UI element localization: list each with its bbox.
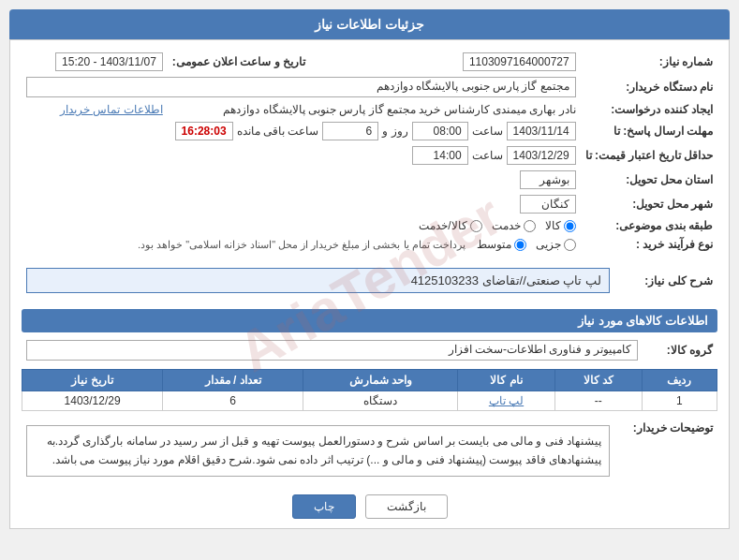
description-text: پیشنهاد فنی و مالی می بایست بر اساس شرح … [26, 425, 610, 477]
back-button[interactable]: بازگشت [365, 494, 448, 519]
purchase-partial-label: جزیی [536, 238, 561, 251]
product-group-table: گروه کالا: کامپیوتر و فناوری اطلاعات-سخت… [22, 337, 717, 363]
city-label: شهر محل تحویل: [581, 192, 717, 216]
button-row: بازگشت چاپ [22, 494, 717, 519]
search-value: لپ تاپ صنعتی//تقاضای 4125103233 [411, 273, 601, 287]
buyer-name-label: نام دستگاه خریدار: [581, 74, 717, 100]
category-both-label: کالا/خدمت [419, 219, 466, 232]
col-code: کد کالا [554, 370, 642, 391]
description-table: توضیحات خریدار: پیشنهاد فنی و مالی می با… [22, 417, 717, 485]
province-value: بوشهر [520, 170, 576, 189]
buyer-name-value: مجتمع گاز پارس جنوبی پالایشگاه دوازدهم [26, 77, 576, 97]
cell-row: 1 [642, 391, 717, 411]
cell-code: -- [554, 391, 642, 411]
buyer-info-link[interactable]: اطلاعات تماس خریدار [60, 103, 163, 116]
purchase-medium-option[interactable]: متوسط [477, 238, 526, 251]
print-button[interactable]: چاپ [292, 494, 356, 519]
info-table: شماره نیاز: 1103097164000727 تاریخ و ساع… [22, 50, 717, 254]
date-value: 1403/11/07 - 15:20 [55, 52, 163, 71]
response-time-label: ساعت [472, 125, 503, 138]
purchase-partial-option[interactable]: جزیی [536, 238, 576, 251]
date-label: تاریخ و ساعت اعلان عمومی: [168, 50, 324, 74]
category-both-option[interactable]: کالا/خدمت [419, 219, 481, 232]
response-time: 08:00 [412, 122, 468, 140]
cell-name: لپ تاپ [458, 391, 554, 411]
items-table: ردیف کد کالا نام کالا واحد شمارش تعداد /… [22, 369, 717, 411]
purchase-medium-label: متوسط [477, 238, 511, 251]
price-deadline-label: حداقل تاریخ اعتبار قیمت: تا [581, 143, 717, 168]
price-time: 14:00 [412, 146, 468, 165]
cell-qty: 6 [163, 391, 303, 411]
need-number-label: شماره نیاز: [581, 50, 717, 74]
category-kala-option[interactable]: کالا [545, 219, 576, 232]
col-row: ردیف [642, 370, 717, 391]
need-number-value: 1103097164000727 [463, 52, 576, 71]
response-day: 6 [322, 122, 378, 140]
product-group-label: گروه کالا: [643, 337, 717, 363]
cell-unit: دستگاه [303, 391, 458, 411]
col-name: نام کالا [458, 370, 554, 391]
cell-date: 1403/12/29 [22, 391, 163, 411]
category-service-label: خدمت [492, 219, 521, 232]
price-time-label: ساعت [472, 149, 503, 162]
price-date: 1403/12/29 [507, 146, 576, 165]
col-qty: تعداد / مقدار [163, 370, 303, 391]
items-section-title: اطلاعات کالاهای مورد نیاز [22, 309, 717, 332]
need-desc-table: شرح کلی نیاز: لپ تاپ صنعتی//تقاضای 41251… [22, 259, 717, 302]
category-service-option[interactable]: خدمت [492, 219, 536, 232]
city-value: کنگان [520, 195, 576, 214]
purchase-note: پرداخت تمام یا بخشی از مبلغ خریدار از مح… [138, 239, 466, 251]
search-label: شرح کلی نیاز: [614, 259, 717, 302]
product-group-value: کامپیوتر و فناوری اطلاعات-سخت افزار [26, 340, 638, 361]
purchase-type-label: نوع فرآیند خرید : [581, 235, 717, 254]
province-label: استان محل تحویل: [581, 168, 717, 192]
col-date: تاریخ نیاز [22, 370, 163, 391]
col-unit: واحد شمارش [303, 370, 458, 391]
response-remain-label: ساعت باقی مانده [237, 125, 319, 138]
category-label: طبقه بندی موضوعی: [581, 216, 717, 235]
category-kala-label: کالا [545, 219, 561, 232]
response-date: 1403/11/14 [507, 122, 576, 140]
creator-label: ایجاد کننده درخواست: [581, 100, 717, 119]
response-remain: 16:28:03 [175, 122, 233, 140]
response-deadline-label: مهلت ارسال پاسخ: تا [581, 119, 717, 143]
description-label: توضیحات خریدار: [614, 417, 717, 485]
creator-value: نادر بهاری میمندی کارشناس خرید مجتمع گاز… [223, 103, 575, 116]
page-title: جزئیات اطلاعات نیاز [9, 9, 730, 39]
table-row: 1 -- لپ تاپ دستگاه 6 1403/12/29 [22, 391, 717, 411]
response-day-label: روز و [382, 125, 407, 138]
product-name-link[interactable]: لپ تاپ [489, 394, 524, 407]
